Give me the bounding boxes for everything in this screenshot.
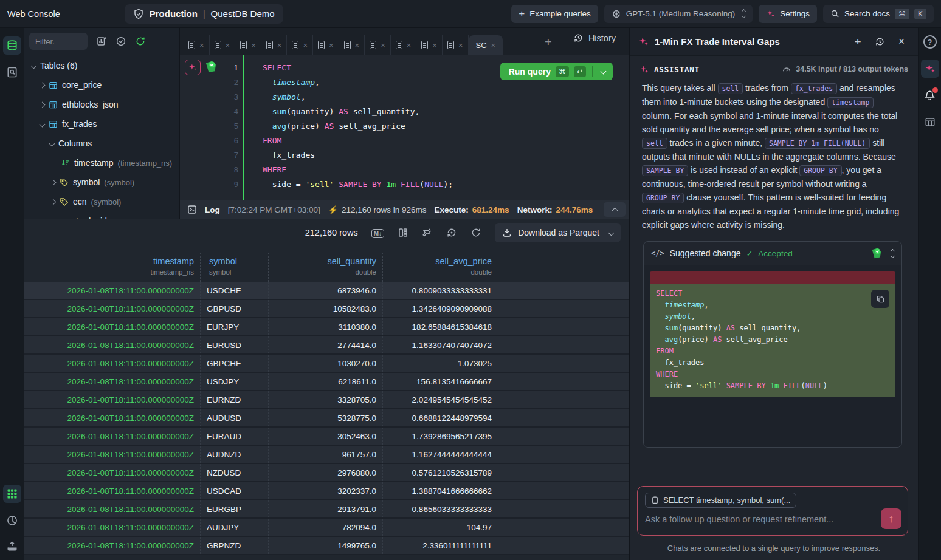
table-row[interactable]: 2026-01-08T18:11:00.000000000ZEURUSD2774… xyxy=(24,336,629,355)
close-tab-icon[interactable]: × xyxy=(277,41,282,50)
editor-tab[interactable]: × xyxy=(235,35,261,55)
table-row[interactable]: 2026-01-08T18:11:00.000000000ZGBPCHF1030… xyxy=(24,355,629,373)
close-tab-icon[interactable]: × xyxy=(355,41,360,50)
run-query-button[interactable]: Run query ⌘ ↵ xyxy=(500,63,613,80)
editor-tab[interactable]: × xyxy=(443,35,469,55)
table-row[interactable]: 2026-01-08T18:11:00.000000000ZEURNZD3328… xyxy=(24,391,629,409)
settings-button[interactable]: Settings xyxy=(759,5,817,23)
code-line[interactable]: side = 'sell' SAMPLE BY 1m FILL(NULL); xyxy=(263,177,629,192)
tree-table-ethblocks-json[interactable]: ethblocks_json xyxy=(24,95,179,114)
table-row[interactable]: 2026-01-08T18:11:00.000000000ZUSDJPY6218… xyxy=(24,373,629,391)
table-row[interactable]: 2026-01-08T18:11:00.000000000ZEURGBP2913… xyxy=(24,500,629,519)
tree-table-core-price[interactable]: core_price xyxy=(24,75,179,95)
editor-tab[interactable]: × xyxy=(210,35,236,55)
add-materialized-view-icon[interactable] xyxy=(96,36,107,47)
reset-view-button[interactable] xyxy=(446,227,457,238)
query-log-panel-button[interactable] xyxy=(3,63,21,81)
tree-column-symbol[interactable]: symbol (symbol) xyxy=(24,172,179,192)
tree-columns-group[interactable]: Columns xyxy=(24,134,179,153)
expand-collapse-icon[interactable] xyxy=(891,250,894,258)
code-line[interactable]: fx_trades xyxy=(263,148,629,163)
editor-tab[interactable]: × xyxy=(287,35,313,55)
column-header-symbol[interactable]: symbol symbol xyxy=(201,253,269,282)
table-row[interactable]: 2026-01-08T18:11:00.000000000ZGBPUSD1058… xyxy=(24,300,629,318)
tree-column-ecn[interactable]: ecn (symbol) xyxy=(24,192,179,211)
help-button[interactable]: ? xyxy=(921,33,939,51)
table-row[interactable]: 2026-01-08T18:11:00.000000000ZNZDUSD2976… xyxy=(24,464,629,482)
search-docs-button[interactable]: Search docs ⌘ K xyxy=(823,5,934,23)
code-line[interactable]: avg(price) AS sell_avg_price xyxy=(263,119,629,134)
column-header-timestamp[interactable]: timestamp timestamp_ns xyxy=(24,253,201,282)
editor-tab[interactable]: × xyxy=(184,35,210,55)
check-circle-icon[interactable] xyxy=(115,36,126,47)
grid-view-button[interactable] xyxy=(3,485,21,503)
copy-code-button[interactable] xyxy=(871,290,889,308)
close-tab-icon[interactable]: × xyxy=(381,41,385,50)
sql-editor[interactable]: 123456789 SELECT timestamp, symbol, sum(… xyxy=(180,55,629,200)
download-parquet-button[interactable]: Download as Parquet xyxy=(495,223,621,242)
chart-view-button[interactable] xyxy=(3,511,21,530)
tree-root-tables[interactable]: Tables (6) xyxy=(24,56,179,75)
tree-column-trade-id[interactable]: 123 trade_id (uuid) xyxy=(24,211,179,219)
close-tab-icon[interactable]: × xyxy=(329,41,334,50)
code-line[interactable]: symbol, xyxy=(263,90,629,104)
code-line[interactable]: WHERE xyxy=(263,163,629,177)
new-chat-button[interactable]: + xyxy=(850,34,866,50)
editor-tab[interactable]: × xyxy=(339,35,365,55)
tables-panel-button[interactable] xyxy=(3,36,21,55)
send-button[interactable]: ↑ xyxy=(881,508,901,529)
chat-input-box[interactable]: SELECT timestamp, symbol, sum(... Ask a … xyxy=(637,486,908,536)
run-options-chevron-icon[interactable] xyxy=(601,69,607,75)
collapse-log-button[interactable] xyxy=(604,202,626,217)
table-row[interactable]: 2026-01-08T18:11:00.000000000ZEURJPY3110… xyxy=(24,318,629,336)
example-queries-button[interactable]: + Example queries xyxy=(511,5,598,23)
close-tab-icon[interactable]: × xyxy=(458,41,463,50)
filter-input[interactable] xyxy=(29,33,88,50)
applied-status-icon[interactable] xyxy=(870,248,883,259)
editor-tab[interactable]: × xyxy=(416,35,443,55)
close-tab-icon[interactable]: × xyxy=(199,41,204,50)
refresh-results-button[interactable] xyxy=(470,227,481,238)
close-tab-icon[interactable]: × xyxy=(491,41,496,50)
assistant-rail-button[interactable] xyxy=(921,60,939,78)
close-tab-icon[interactable]: × xyxy=(251,41,256,50)
download-options-chevron-icon[interactable] xyxy=(608,230,615,236)
table-row[interactable]: 2026-01-08T18:11:00.000000000ZAUDUSD5328… xyxy=(24,409,629,428)
editor-tab[interactable]: × xyxy=(313,35,339,55)
close-panel-button[interactable]: × xyxy=(894,34,909,50)
metrics-panel-button[interactable] xyxy=(921,113,939,131)
table-row[interactable]: 2026-01-08T18:11:00.000000000ZUSDCAD3202… xyxy=(24,482,629,500)
markdown-export-button[interactable]: M↓ xyxy=(371,228,384,237)
editor-tab[interactable]: × xyxy=(391,35,417,55)
close-tab-icon[interactable]: × xyxy=(432,41,437,50)
query-status-icon[interactable] xyxy=(204,61,218,73)
editor-tab-active[interactable]: SC × xyxy=(469,35,503,55)
log-label[interactable]: Log xyxy=(205,205,220,214)
history-button[interactable]: History xyxy=(573,33,616,43)
table-row[interactable]: 2026-01-08T18:11:00.000000000ZAUDNZD9617… xyxy=(24,446,629,464)
refresh-icon[interactable] xyxy=(135,36,146,47)
table-row[interactable]: 2026-01-08T18:11:00.000000000ZEURAUD3052… xyxy=(24,428,629,446)
table-row[interactable]: 2026-01-08T18:11:00.000000000ZUSDCHF6873… xyxy=(24,282,629,300)
table-row[interactable]: 2026-01-08T18:11:00.000000000ZGBPNZD1499… xyxy=(24,537,629,555)
close-tab-icon[interactable]: × xyxy=(303,41,308,50)
editor-tab[interactable]: × xyxy=(365,35,391,55)
code-line[interactable]: FROM xyxy=(263,134,629,148)
model-selector[interactable]: GPT-5.1 (Medium Reasoning) xyxy=(604,5,753,23)
tree-column-timestamp[interactable]: timestamp (timestamp_ns) xyxy=(24,153,179,172)
tree-table-fx-trades[interactable]: fx_trades xyxy=(24,114,179,134)
query-context-chip[interactable]: SELECT timestamp, symbol, sum(... xyxy=(645,493,796,508)
new-tab-button[interactable]: + xyxy=(545,35,552,49)
chat-input-placeholder[interactable]: Ask a follow up question or request refi… xyxy=(645,514,900,524)
ai-sparkle-button[interactable] xyxy=(185,60,201,75)
column-header-sell-quantity[interactable]: sell_quantity double xyxy=(269,253,383,282)
instance-selector[interactable]: Production | QuestDB Demo xyxy=(125,4,283,24)
close-tab-icon[interactable]: × xyxy=(226,41,230,50)
notifications-button[interactable] xyxy=(921,86,939,104)
editor-tab[interactable]: × xyxy=(261,35,288,55)
column-layout-button[interactable] xyxy=(398,227,408,238)
column-header-sell-avg-price[interactable]: sell_avg_price double xyxy=(383,253,498,282)
import-button[interactable] xyxy=(3,537,21,555)
freeze-columns-button[interactable] xyxy=(422,227,433,238)
chat-history-button[interactable] xyxy=(872,34,888,50)
